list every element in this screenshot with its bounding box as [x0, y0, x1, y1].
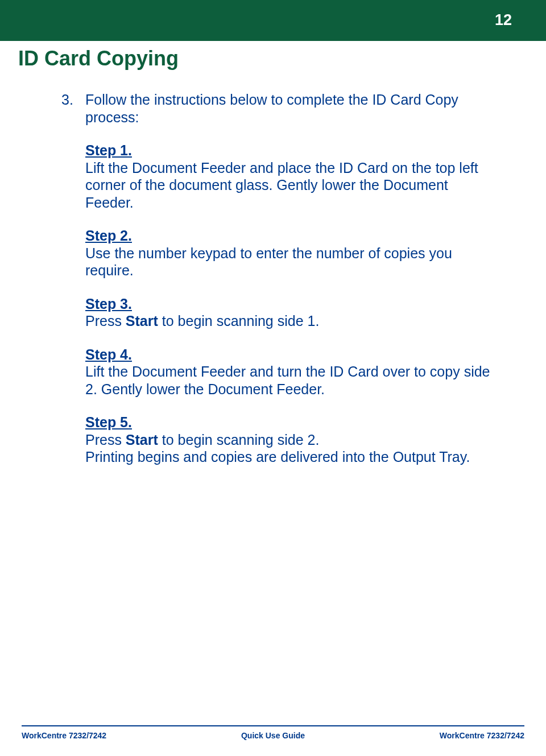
step-3-body: Press Start to begin scanning side 1.: [85, 312, 495, 330]
step-5-post: to begin scanning side 2.: [158, 432, 320, 448]
step-5-extra: Printing begins and copies are delivered…: [85, 448, 495, 466]
step-2-body: Use the number keypad to enter the numbe…: [85, 245, 495, 279]
footer: WorkCentre 7232/7242 Quick Use Guide Wor…: [22, 725, 524, 740]
step-4-body: Lift the Document Feeder and turn the ID…: [85, 363, 495, 398]
step-3-post: to begin scanning side 1.: [158, 313, 320, 329]
list-number: 3.: [61, 91, 73, 109]
content-body: 3. Follow the instructions below to comp…: [85, 91, 495, 466]
step-5-body: Press Start to begin scanning side 2. Pr…: [85, 431, 495, 466]
step-3-bold: Start: [126, 313, 158, 329]
step-5-heading: Step 5.: [85, 414, 495, 431]
page-number: 12: [495, 11, 512, 29]
step-1-heading: Step 1.: [85, 142, 495, 159]
step-2-heading: Step 2.: [85, 227, 495, 245]
footer-left: WorkCentre 7232/7242: [22, 731, 106, 740]
step-5-pre: Press: [85, 432, 126, 448]
step-1-body: Lift the Document Feeder and place the I…: [85, 159, 495, 212]
footer-center: Quick Use Guide: [241, 731, 305, 740]
step-3-pre: Press: [85, 313, 126, 329]
page-title: ID Card Copying: [18, 47, 179, 71]
step-3-heading: Step 3.: [85, 295, 495, 313]
header-bar: 12: [0, 0, 546, 41]
intro-paragraph: 3. Follow the instructions below to comp…: [85, 91, 495, 126]
footer-right: WorkCentre 7232/7242: [440, 731, 524, 740]
step-5-bold: Start: [126, 432, 158, 448]
intro-text: Follow the instructions below to complet…: [85, 92, 458, 125]
step-4-heading: Step 4.: [85, 346, 495, 363]
